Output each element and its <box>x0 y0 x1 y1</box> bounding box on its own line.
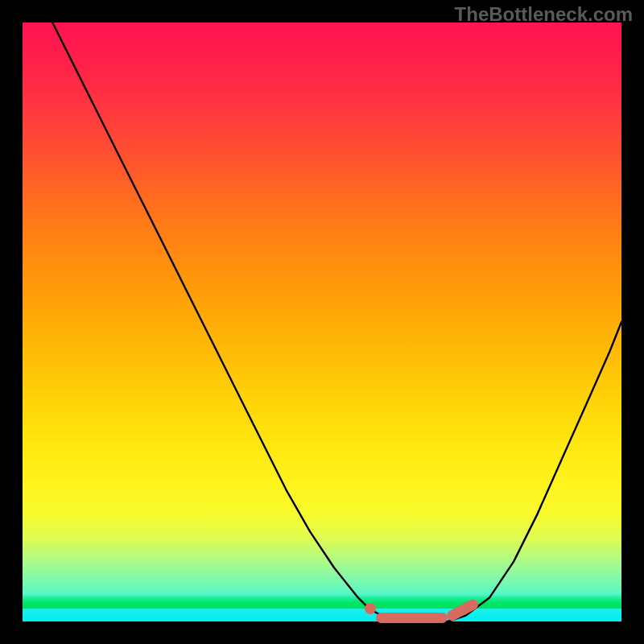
curve-marker-dot <box>365 603 376 614</box>
curve-marker-flat <box>376 613 448 623</box>
bottleneck-curve <box>23 23 621 621</box>
chart-plot-area <box>23 23 621 621</box>
watermark-text: TheBottleneck.com <box>455 3 633 26</box>
